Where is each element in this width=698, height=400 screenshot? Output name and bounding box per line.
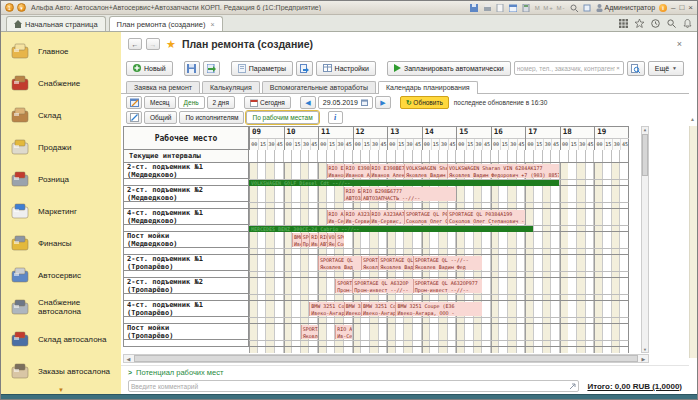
booking-block[interactable]: SPORTAGE QL Р0384А199Соколов Олег Степан… xyxy=(447,210,525,224)
form-tab-4[interactable]: Календарь планирования xyxy=(378,81,478,94)
print-preview-icon[interactable] xyxy=(496,3,505,12)
booking-block[interactable]: RIO Б7АВТОЗВ xyxy=(318,233,327,247)
clear-search-icon[interactable]: × xyxy=(615,65,621,71)
more-button[interactable]: Ещё ▼ xyxy=(648,61,684,76)
calculator-icon[interactable] xyxy=(522,3,531,12)
print-icon[interactable] xyxy=(483,3,492,12)
booking-block[interactable]: BMW 3251 Coupe (E36Ивеко-Ангара, ООО - xyxy=(395,302,481,316)
form-tab-3[interactable]: Вспомогательные автоработы xyxy=(262,81,376,93)
form-scroll-strip[interactable]: ▲ xyxy=(689,32,697,394)
booking-block[interactable]: SPORTAПром-и xyxy=(301,233,310,247)
booking-block[interactable]: SPORTAGE QL Р0384АСоколов Олег Степа xyxy=(404,210,447,224)
service-info-icon[interactable]: i xyxy=(659,4,667,12)
comment-input[interactable] xyxy=(131,383,569,390)
minimize-button[interactable]: – xyxy=(671,3,675,12)
maximize-button[interactable]: □ xyxy=(679,3,684,12)
settings-button[interactable]: Настройки xyxy=(316,61,376,76)
form-close-icon[interactable]: × xyxy=(677,39,682,49)
scroll-left-icon[interactable]: ◀ xyxy=(124,355,133,362)
scroll-right-icon[interactable]: ▶ xyxy=(639,355,648,362)
tab-repair-plan[interactable]: План ремонта (создание) × xyxy=(109,16,223,31)
mode-select-button[interactable] xyxy=(126,111,142,124)
app-menu-icon[interactable]: 1 xyxy=(5,3,14,12)
autoplan-button[interactable]: Запланировать автоматически xyxy=(387,61,511,76)
history-icon[interactable] xyxy=(651,19,660,28)
save-icon[interactable] xyxy=(470,3,479,12)
booking-block[interactable]: BMW 3251 CouИвеко-Ангара xyxy=(361,302,395,316)
notifications-bell-icon[interactable] xyxy=(683,19,692,28)
booking-block[interactable]: VOLKSWAGEN SharanЯковлев Вадим Фе xyxy=(404,164,447,178)
sidebar-more-icon[interactable]: ▼ xyxy=(1,387,121,393)
zoom-icon[interactable] xyxy=(570,3,579,12)
scroll-up-icon[interactable]: ▲ xyxy=(642,127,648,132)
booking-block[interactable]: SPORTAСоколо xyxy=(335,233,344,247)
parameters-button[interactable]: Параметры xyxy=(231,61,293,76)
close-window-button[interactable]: × xyxy=(688,3,693,12)
booking-block[interactable]: RIO A3Ив-Сер xyxy=(335,325,352,339)
date-picker-icon[interactable] xyxy=(361,99,368,106)
booking-block[interactable]: RIO Б2АВТОЗА xyxy=(344,187,361,201)
search-field[interactable]: × xyxy=(514,61,624,75)
next-day-button[interactable]: ▶ xyxy=(375,96,391,109)
form-tab-1[interactable]: Заявка на ремонт xyxy=(126,81,200,93)
search-input[interactable] xyxy=(517,65,615,72)
sidebar-item-calculator[interactable]: Снабжение автосалона xyxy=(1,291,121,323)
booking-block[interactable]: SPORTAGE QL А632ОРПром-инвест --//-- xyxy=(352,279,412,293)
favorite-star-icon[interactable]: ★ xyxy=(166,38,176,51)
sidebar-item-cash-register[interactable]: Розница xyxy=(1,163,121,195)
booking-block[interactable]: RIO Б7Иванов xyxy=(309,233,318,247)
booking-block[interactable]: SPORTAGE QL --//--Яковлев Вадим Фед xyxy=(413,256,482,270)
sidebar-item-customer[interactable]: Заказы автосалона xyxy=(1,355,121,387)
new-button[interactable]: Новый xyxy=(126,61,173,76)
gantt-horizontal-scrollbar[interactable]: ◀ ▶ xyxy=(123,354,649,363)
booking-block[interactable]: RIO E398BE77Иванов Алекс xyxy=(344,164,370,178)
scale-select-button[interactable] xyxy=(126,96,142,109)
booking-block[interactable]: RIO A3Ив-Сер xyxy=(327,210,344,224)
calculator-memory-buttons[interactable]: М М+ М- xyxy=(535,5,566,11)
prev-day-button[interactable]: ◀ xyxy=(300,96,316,109)
comment-expand-icon[interactable] xyxy=(569,383,576,390)
save-button[interactable] xyxy=(184,61,201,76)
gantt-vertical-scrollbar[interactable]: ▲ ▼ xyxy=(641,126,649,353)
booking-block[interactable]: RIO E3Иванов xyxy=(327,164,344,178)
comment-field[interactable] xyxy=(128,380,579,392)
sidebar-item-garage[interactable]: Склад автосалона xyxy=(1,323,121,355)
scale-two-days-button[interactable]: 2 дня xyxy=(207,96,235,109)
booking-block[interactable]: SPORTAGE QLЯковлев Вад xyxy=(318,256,361,270)
mode-by-workplace-button[interactable]: По рабочим местам xyxy=(246,111,318,124)
sidebar-item-boxes[interactable]: Склад xyxy=(1,99,121,131)
mode-by-executor-button[interactable]: По исполнителям xyxy=(179,111,244,124)
sidebar-item-home-section[interactable]: Главное xyxy=(1,35,121,67)
menu-grid-icon[interactable] xyxy=(619,19,628,28)
info-button[interactable]: i xyxy=(328,111,343,124)
search-icon[interactable] xyxy=(667,19,676,28)
booking-block[interactable]: RIO A323AA777Ив-Сервис, ООО --/( xyxy=(370,210,404,224)
forward-button[interactable]: → xyxy=(146,38,160,50)
mode-common-button[interactable]: Общий xyxy=(144,111,177,124)
tab-close-icon[interactable]: × xyxy=(210,21,214,28)
potential-expander[interactable]: > Потенциал рабочих мест xyxy=(121,365,689,378)
calendar-icon[interactable] xyxy=(509,3,518,12)
scroll-down-icon[interactable]: ▼ xyxy=(642,347,648,352)
back-button[interactable]: ← xyxy=(128,38,142,50)
booking-block[interactable]: SPORTАЯковле xyxy=(301,325,318,339)
app-menu-dropdown-icon[interactable]: ▾ xyxy=(17,3,26,12)
today-button[interactable]: Сегодня xyxy=(244,96,291,109)
advanced-search-button[interactable] xyxy=(627,61,645,76)
sidebar-item-truck[interactable]: Снабжение xyxy=(1,67,121,99)
booking-block[interactable]: SPORTАЯковл xyxy=(361,256,378,270)
booking-block[interactable]: SPORTAGE QLЯковлев Вад xyxy=(378,256,412,270)
sidebar-item-sales-doc[interactable]: Продажи xyxy=(1,131,121,163)
scale-month-button[interactable]: Месяц xyxy=(144,96,176,109)
sidebar-item-car-service[interactable]: Автосервис xyxy=(1,259,121,291)
booking-block[interactable]: RIO Б298Б6777АВТОЗАПЧАСТЬ --//-- xyxy=(361,187,456,201)
link-icon[interactable] xyxy=(583,3,592,12)
scale-day-button[interactable]: День xyxy=(178,96,205,109)
tab-home[interactable]: Начальная страница xyxy=(6,16,106,31)
booking-block[interactable]: RIO A323AA77Ив-Сервис, О xyxy=(344,210,370,224)
date-field[interactable]: 29.05.2019 xyxy=(318,96,373,109)
h-scrollbar-thumb[interactable] xyxy=(134,355,638,362)
booking-block[interactable]: VOLKSWAGEN Sharan VIN 6284АК177Яковлев В… xyxy=(447,164,559,178)
scrollbar-thumb[interactable] xyxy=(642,134,648,176)
copy-settings-button[interactable] xyxy=(296,61,313,76)
